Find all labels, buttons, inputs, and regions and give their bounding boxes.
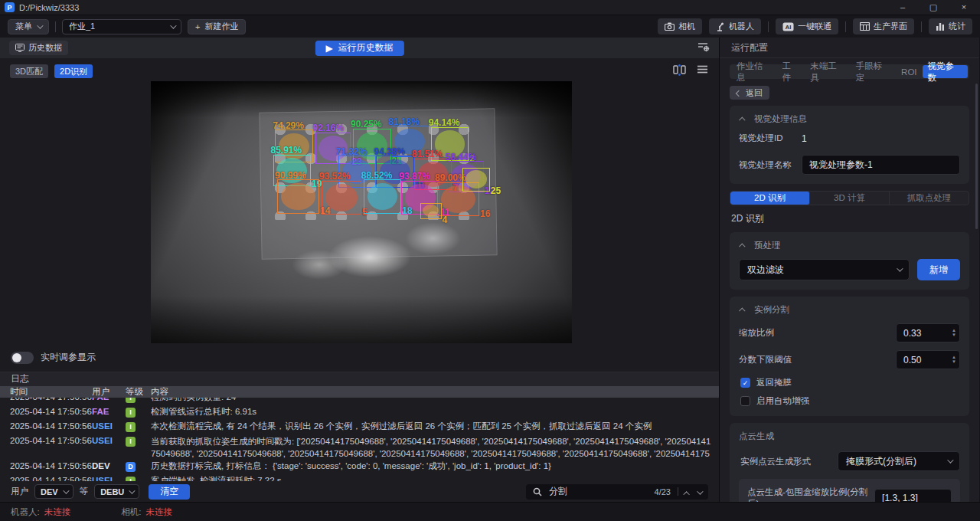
run-history-button[interactable]: ▶ 运行历史数据 — [315, 41, 403, 56]
config-tab-手眼标定[interactable]: 手眼标定 — [851, 65, 896, 78]
log-row[interactable]: 2025-04-14 17:50:56FAEI检测到的实例数量: 24 — [0, 398, 719, 405]
search-next-icon[interactable] — [697, 488, 703, 494]
mode-tab-抓取点处理[interactable]: 抓取点处理 — [890, 192, 969, 205]
log-user: FAE — [92, 405, 126, 419]
job-select[interactable]: 作业_1 — [62, 19, 181, 34]
mode-tab-3D 计算[interactable]: 3D 计算 — [810, 192, 890, 205]
vision-name-input[interactable]: 视觉处理参数-1 — [802, 155, 960, 175]
toolbar-button-label: 相机 — [678, 21, 695, 32]
spinner-arrows-icon[interactable]: ▲▼ — [952, 356, 956, 364]
chevron-down-icon — [37, 22, 43, 28]
config-scrollbar[interactable] — [975, 84, 978, 229]
menu-dropdown[interactable]: 菜单 — [8, 19, 49, 34]
preprocess-section-title: 预处理 — [754, 240, 781, 251]
close-button[interactable]: × — [959, 2, 969, 12]
divider — [55, 21, 56, 32]
config-tab-作业信息[interactable]: 作业信息 — [731, 65, 776, 78]
toolbar-button-label: 生产界面 — [874, 21, 907, 32]
toolbar-button-label: 机器人 — [729, 21, 754, 32]
collapse-caret-icon[interactable] — [739, 243, 745, 249]
segmentation-card: 实例分割 缩放比例 0.33 ▲▼ 分数下限阈值 0.50 ▲▼ — [730, 297, 969, 416]
config-tab-视觉参数[interactable]: 视觉参数 — [923, 65, 968, 78]
log-search-box[interactable]: 分割 4/23 — [526, 484, 708, 500]
collapse-caret-icon[interactable] — [739, 307, 745, 313]
config-panel: 运行配置 作业信息工件末端工具手眼标定ROI视觉参数 返回 视觉处理信息 视觉处… — [720, 38, 979, 502]
layers-menu-icon[interactable] — [697, 64, 708, 78]
pointcloud-form-select[interactable]: 掩膜形式(分割后) — [838, 451, 960, 471]
log-row[interactable]: 2025-04-14 17:50:56DEVD历史数据打标完成, 打标信息： {… — [0, 459, 719, 473]
pointcloud-form-value: 掩膜形式(分割后) — [846, 455, 916, 468]
viewer-tabs: 3D匹配2D识别 — [10, 64, 93, 78]
search-prev-icon[interactable] — [683, 491, 689, 497]
score-threshold-input[interactable]: 0.50 ▲▼ — [896, 350, 960, 369]
search-input[interactable]: 分割 — [549, 485, 567, 498]
log-row[interactable]: 2025-04-14 17:50:56USEII客户端触发, 检测流程耗时: 7… — [0, 473, 719, 481]
vision-id-label: 视觉处理ID — [739, 133, 802, 144]
机器人-button[interactable]: 机器人 — [709, 18, 761, 34]
maximize-button[interactable]: ▢ — [928, 2, 939, 12]
config-tab-ROI[interactable]: ROI — [896, 65, 922, 78]
mode-tab-2D 识别[interactable]: 2D 识别 — [730, 192, 810, 205]
divider — [678, 487, 678, 496]
divider — [921, 21, 922, 32]
history-data-label: 历史数据 — [28, 42, 62, 54]
log-filter-settings-icon[interactable] — [697, 41, 710, 54]
pointcloud-section-title: 点云生成 — [739, 431, 774, 442]
plus-icon: + — [195, 22, 200, 31]
detection-box: 4 — [420, 203, 442, 219]
vision-info-section-title: 视觉处理信息 — [754, 113, 807, 125]
log-col-time: 时间 — [10, 386, 92, 398]
统计-button[interactable]: 统计 — [929, 18, 972, 34]
log-time: 2025-04-14 17:50:56 — [10, 473, 92, 481]
ai-icon: AI — [782, 22, 794, 31]
new-job-button[interactable]: + 新建作业 — [188, 19, 246, 34]
return-mask-checkbox[interactable]: ✓ — [740, 378, 750, 388]
history-data-button[interactable]: 历史数据 — [9, 41, 68, 55]
menu-label: 菜单 — [15, 21, 32, 32]
detection-box: 88.52%18 — [364, 179, 402, 213]
auto-augment-checkbox[interactable] — [740, 396, 750, 406]
camera-image[interactable]: 74.29%92.16%2390.25%2181.18%94.14%285.91… — [151, 81, 572, 343]
job-select-value: 作业_1 — [69, 21, 95, 32]
user-filter-label: 用户 — [11, 486, 28, 497]
back-button[interactable]: 返回 — [730, 86, 769, 100]
bbox-scale-input[interactable]: [1.3, 1.3] — [874, 489, 952, 502]
一键联通-button[interactable]: AI一键联通 — [776, 18, 838, 34]
log-level-badge: I — [126, 422, 136, 432]
play-icon: ▶ — [325, 43, 332, 54]
collapse-caret-icon[interactable] — [739, 116, 745, 123]
log-level-badge: I — [126, 437, 136, 447]
log-row[interactable]: 2025-04-14 17:50:56USEII本次检测流程完成, 有 24 个… — [0, 419, 719, 434]
spinner-arrows-icon[interactable]: ▲▼ — [952, 329, 956, 337]
score-threshold-value: 0.50 — [903, 355, 921, 365]
detection-confidence: 71.32% — [336, 147, 368, 157]
log-row[interactable]: 2025-04-14 17:50:56FAEI检测管线运行总耗时: 6.91s — [0, 405, 719, 419]
viewer-tab-2D识别[interactable]: 2D识别 — [54, 64, 93, 78]
user-filter-select[interactable]: DEV — [34, 484, 74, 499]
config-title: 运行配置 — [720, 38, 979, 58]
clear-log-button[interactable]: 清空 — [149, 484, 190, 500]
preprocess-filter-select[interactable]: 双边滤波 — [739, 259, 910, 280]
生产界面-button[interactable]: 生产界面 — [853, 18, 914, 34]
return-mask-label: 返回掩膜 — [756, 377, 792, 388]
viewer-tab-3D匹配[interactable]: 3D匹配 — [10, 64, 48, 78]
config-tab-工件[interactable]: 工件 — [776, 65, 805, 78]
realtime-toggle[interactable] — [11, 352, 34, 364]
pointcloud-form-label: 实例点云生成形式 — [740, 456, 811, 467]
scale-value: 0.33 — [903, 328, 921, 339]
vision-id-value: 1 — [802, 133, 807, 144]
相机-button[interactable]: 相机 — [658, 18, 702, 34]
level-filter-select[interactable]: DEBU — [94, 484, 139, 499]
chevron-left-icon — [736, 90, 742, 97]
minimize-button[interactable]: – — [897, 2, 908, 12]
menubar: 菜单 作业_1 + 新建作业 相机机器人AI一键联通生产界面统计 — [0, 15, 980, 38]
scale-input[interactable]: 0.33 ▲▼ — [896, 323, 960, 342]
compare-view-icon[interactable] — [673, 64, 686, 78]
log-row[interactable]: 2025-04-14 17:50:56USEII当前获取的抓取位姿生成的时间戳为… — [0, 434, 719, 459]
divider — [768, 21, 769, 32]
detection-confidence: 81.51% — [412, 149, 443, 159]
log-content: 客户端触发, 检测流程耗时: 7.22 s — [151, 473, 719, 481]
detection-confidence: 93.87% — [399, 172, 430, 182]
add-preprocess-button[interactable]: 新增 — [917, 259, 960, 280]
config-tab-末端工具[interactable]: 末端工具 — [805, 65, 850, 78]
